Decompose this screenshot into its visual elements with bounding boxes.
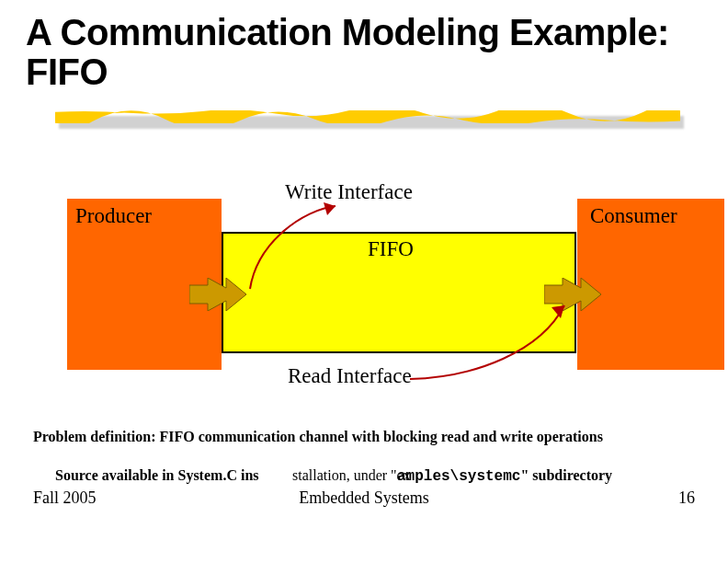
read-interface-label: Read Interface: [288, 364, 412, 388]
source-availability-text: Source available in System.C ins stallat…: [55, 467, 699, 484]
source-text-tail: amples\systemc" subdirectory: [397, 467, 612, 485]
slide-number: 16: [678, 488, 695, 508]
write-interface-arrow-icon: [221, 201, 358, 302]
consumer-label: Consumer: [590, 204, 677, 228]
read-interface-arrow-icon: [403, 296, 586, 388]
problem-definition-text: Problem definition: FIFO communication c…: [33, 429, 603, 445]
slide: A Communication Modeling Example: FIFO P…: [0, 0, 728, 563]
footer-center: Embedded Systems: [0, 488, 728, 508]
source-text-lead: Source available in System.C ins: [55, 467, 259, 483]
source-text-overlap: stallation, under "ex: [292, 467, 411, 484]
producer-label: Producer: [75, 204, 152, 228]
fifo-label: FIFO: [368, 237, 414, 261]
title-underline: [55, 110, 680, 123]
slide-title: A Communication Modeling Example: FIFO: [26, 13, 728, 92]
